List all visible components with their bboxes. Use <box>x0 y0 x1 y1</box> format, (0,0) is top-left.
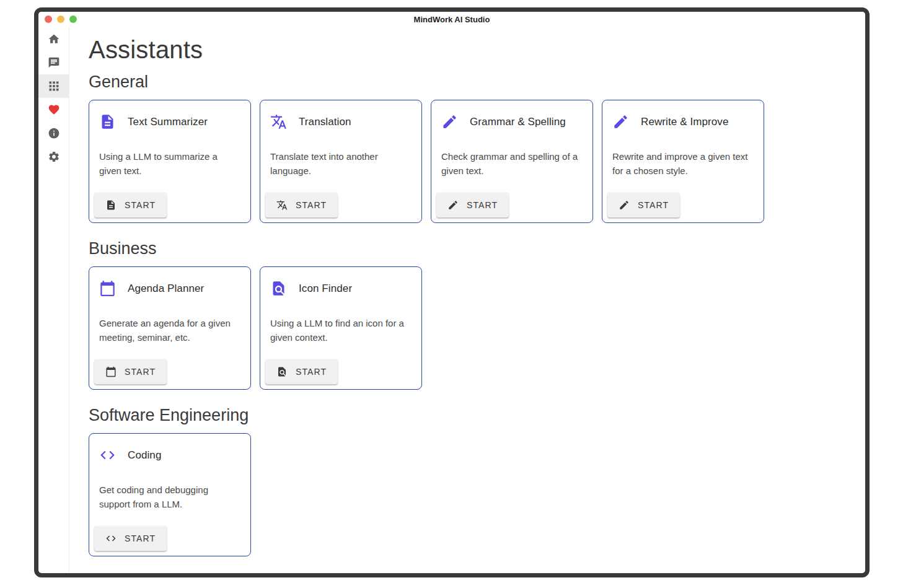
home-icon <box>48 33 60 45</box>
card-title: Rewrite & Improve <box>641 116 729 128</box>
card-description: Using a LLM to summarize a given text. <box>99 149 240 178</box>
translate-icon <box>276 200 288 211</box>
sidebar <box>38 27 69 573</box>
card-description: Rewrite and improve a given text for a c… <box>612 149 754 178</box>
window-body: Assistants General Text Summarizer Using… <box>38 27 865 573</box>
section-title: General <box>89 72 853 92</box>
start-button[interactable]: START <box>94 193 167 217</box>
card-description: Generate an agenda for a given meeting, … <box>99 316 240 344</box>
find-icon <box>276 366 288 377</box>
card-header: Agenda Planner <box>99 280 240 297</box>
main-content: Assistants General Text Summarizer Using… <box>69 27 865 573</box>
page-title: Assistants <box>89 36 853 64</box>
find-icon <box>270 280 287 297</box>
code-icon <box>105 533 117 544</box>
card-title: Grammar & Spelling <box>470 116 566 128</box>
card-rewrite-improve: Rewrite & Improve Rewrite and improve a … <box>602 100 764 223</box>
card-row: Text Summarizer Using a LLM to summarize… <box>89 100 853 223</box>
start-button[interactable]: START <box>265 193 338 217</box>
sidebar-item-home[interactable] <box>38 27 69 51</box>
calendar-icon <box>105 366 117 377</box>
card-description: Check grammar and spelling of a given te… <box>441 149 583 178</box>
start-button[interactable]: START <box>436 193 509 217</box>
pencil-icon <box>441 113 458 130</box>
card-translation: Translation Translate text into another … <box>260 100 422 223</box>
start-button-label: START <box>296 200 327 210</box>
start-button[interactable]: START <box>94 526 167 551</box>
start-button-label: START <box>467 200 498 210</box>
card-header: Icon Finder <box>270 280 412 297</box>
card-grammar-spelling: Grammar & Spelling Check grammar and spe… <box>431 100 593 223</box>
assistant-section: Business Agenda Planner Generate an agen… <box>89 239 853 390</box>
assistant-section: General Text Summarizer Using a LLM to s… <box>89 72 853 223</box>
sidebar-item-info[interactable] <box>38 121 69 145</box>
heart-icon <box>48 103 60 116</box>
start-button-label: START <box>296 367 327 377</box>
chat-icon <box>48 56 60 69</box>
start-button[interactable]: START <box>94 359 167 384</box>
card-header: Coding <box>99 447 240 463</box>
sidebar-item-heart[interactable] <box>38 98 69 121</box>
card-title: Text Summarizer <box>128 116 208 128</box>
pencil-icon <box>619 200 630 211</box>
sections-container: General Text Summarizer Using a LLM to s… <box>89 72 853 556</box>
apps-grid-icon <box>48 80 60 92</box>
sidebar-item-apps-grid[interactable] <box>38 74 69 98</box>
card-title: Coding <box>128 449 161 462</box>
pencil-icon <box>447 200 459 211</box>
card-agenda-planner: Agenda Planner Generate an agenda for a … <box>89 266 251 390</box>
start-button-label: START <box>638 200 669 210</box>
card-icon-finder: Icon Finder Using a LLM to find an icon … <box>260 266 422 390</box>
card-title: Translation <box>299 116 351 128</box>
start-button[interactable]: START <box>265 359 338 384</box>
card-header: Grammar & Spelling <box>441 113 583 130</box>
zoom-button[interactable] <box>69 15 77 23</box>
traffic-lights <box>45 15 77 23</box>
assistant-section: Software Engineering Coding Get coding a… <box>89 406 853 556</box>
card-header: Rewrite & Improve <box>612 113 754 130</box>
card-description: Get coding and debugging support from a … <box>99 483 240 511</box>
minimize-button[interactable] <box>57 15 64 23</box>
window-title: MindWork AI Studio <box>414 15 490 24</box>
calendar-icon <box>99 280 116 297</box>
titlebar: MindWork AI Studio <box>38 12 865 27</box>
app-window: MindWork AI Studio Assistants General Te… <box>34 7 870 577</box>
start-button[interactable]: START <box>607 193 680 217</box>
info-icon <box>48 127 60 139</box>
card-coding: Coding Get coding and debugging support … <box>89 433 251 556</box>
card-title: Icon Finder <box>299 283 352 295</box>
card-header: Text Summarizer <box>99 113 240 130</box>
translate-icon <box>270 113 287 130</box>
start-button-label: START <box>125 367 156 377</box>
document-icon <box>99 113 116 130</box>
card-text-summarizer: Text Summarizer Using a LLM to summarize… <box>89 100 251 223</box>
start-button-label: START <box>125 200 156 210</box>
sidebar-item-settings-gear[interactable] <box>38 145 69 169</box>
section-title: Software Engineering <box>89 406 853 425</box>
card-description: Translate text into another language. <box>270 149 412 178</box>
card-row: Agenda Planner Generate an agenda for a … <box>89 266 853 390</box>
code-icon <box>99 447 116 463</box>
start-button-label: START <box>125 533 156 543</box>
sidebar-item-chat[interactable] <box>38 51 69 74</box>
document-icon <box>105 200 117 211</box>
card-row: Coding Get coding and debugging support … <box>89 433 853 556</box>
pencil-icon <box>612 113 629 130</box>
card-title: Agenda Planner <box>128 283 204 295</box>
settings-gear-icon <box>48 151 60 163</box>
card-header: Translation <box>270 113 412 130</box>
section-title: Business <box>89 239 853 258</box>
close-button[interactable] <box>45 15 52 23</box>
card-description: Using a LLM to find an icon for a given … <box>270 316 412 344</box>
